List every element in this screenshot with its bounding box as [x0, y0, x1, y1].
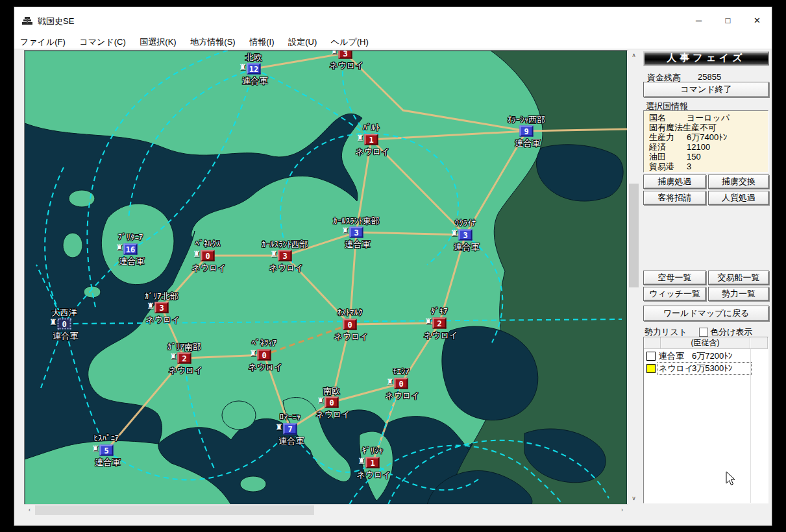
menu-region-info[interactable]: 地方情報(S): [184, 34, 241, 49]
horizontal-scroll-thumb[interactable]: [35, 505, 314, 515]
map-node-layer: 北欧♜12連合軍♜3ネウロイﾊﾞﾙﾄ♜1ネウロイｵﾗｰｼｬ西部9連合軍ﾌﾞﾘﾀﾆ…: [25, 51, 627, 505]
hostage-treatment-button[interactable]: 人質処遇: [708, 191, 769, 205]
node-unit-count[interactable]: 2: [433, 318, 447, 329]
faction-color-swatch[interactable]: [646, 352, 656, 361]
castle-icon: ♜: [239, 62, 247, 72]
menu-file[interactable]: ファイル(F): [14, 34, 71, 49]
carrier-list-button[interactable]: 空母一覧: [643, 271, 706, 285]
node-unit-count[interactable]: 3: [339, 50, 352, 59]
node-unit-count[interactable]: 3: [278, 250, 292, 261]
node-faction: 連合軍: [53, 330, 79, 342]
node-unit-count[interactable]: 0: [343, 319, 357, 330]
control-panel: 人事フェイズ 資金残高 25855 コマンド終了 選択国情報 国名ヨーロッパ 固…: [643, 46, 770, 527]
oilfield-value: 150: [687, 152, 701, 162]
app-window: 戦国史SE ─ □ ✕ ファイル(F) コマンド(C) 国選択(K) 地方情報(…: [14, 6, 772, 526]
node-unit-count[interactable]: 1: [366, 457, 380, 468]
maximize-button[interactable]: □: [713, 7, 743, 34]
map-horizontal-scrollbar[interactable]: ‹ ›: [24, 504, 628, 516]
map-vertical-scrollbar[interactable]: ∧ ∨: [628, 50, 639, 504]
node-name: ﾌﾞﾘﾀﾆｱ: [118, 232, 143, 242]
vertical-scroll-thumb[interactable]: [629, 184, 639, 287]
castle-icon: ♜: [169, 352, 177, 361]
node-unit-count[interactable]: 0: [325, 397, 339, 408]
castle-icon: ♜: [424, 317, 432, 326]
node-faction: ネウロイ: [334, 331, 368, 343]
node-name: ﾍﾞﾈﾙｸｽ: [195, 239, 221, 248]
node-unit-count[interactable]: 3: [155, 302, 169, 313]
faction-list-header-blank[interactable]: [644, 337, 661, 349]
witch-list-button[interactable]: ウィッチ一覧: [643, 287, 706, 301]
faction-strength: 3万5300ﾄﾝ: [692, 362, 732, 374]
node-unit-count[interactable]: 0: [58, 319, 71, 330]
menu-info[interactable]: 情報(I): [243, 34, 280, 49]
node-name: ﾍﾞﾈﾂｨｱ: [252, 338, 277, 348]
menu-command[interactable]: コマンド(C): [73, 34, 131, 49]
node-name: ﾓｴｼｱ: [393, 367, 410, 376]
node-faction: ネウロイ: [248, 361, 282, 373]
node-unit-count[interactable]: 0: [201, 250, 215, 261]
castle-icon: ♜: [275, 422, 283, 432]
prisoner-treatment-button[interactable]: 捕虜処遇: [643, 175, 706, 189]
title-bar[interactable]: 戦国史SE ─ □ ✕: [14, 7, 772, 34]
faction-list-button[interactable]: 勢力一覧: [708, 287, 769, 301]
faction-list[interactable]: (臣従含) 連合軍 6万7200ﾄﾝ ネウロイ 3万5300ﾄﾝ: [643, 337, 768, 503]
world-map-button[interactable]: ワールドマップに戻る: [643, 306, 769, 321]
node-unit-count[interactable]: 9: [520, 126, 534, 137]
node-unit-count[interactable]: 3: [459, 230, 473, 241]
node-unit-count[interactable]: 16: [124, 244, 138, 255]
menu-help[interactable]: ヘルプ(H): [325, 34, 375, 49]
node-name: ｶｰﾙｽﾗﾝﾄ西部: [262, 239, 308, 250]
castle-icon: ♜: [450, 228, 458, 238]
faction-list-header-vassals[interactable]: (臣従含): [661, 337, 750, 349]
production-label: 生産力: [649, 132, 674, 142]
node-faction: ネウロイ: [191, 262, 226, 274]
castle-icon: ♜: [116, 243, 123, 252]
minimize-button[interactable]: ─: [684, 7, 713, 34]
node-unit-count[interactable]: 7: [284, 424, 297, 435]
end-command-button[interactable]: コマンド終了: [643, 82, 769, 97]
menu-settings[interactable]: 設定(U): [282, 34, 323, 49]
faction-row-allied[interactable]: 連合軍 6万7200ﾄﾝ: [644, 350, 768, 362]
node-unit-count[interactable]: 3: [350, 227, 363, 238]
node-faction: 連合軍: [345, 239, 371, 250]
castle-icon: ♜: [249, 348, 257, 358]
close-button[interactable]: ✕: [743, 7, 772, 34]
scroll-down-arrow[interactable]: ∨: [628, 493, 639, 504]
node-name: ｵﾗｰｼｬ西部: [508, 114, 546, 126]
castle-icon: ♜: [193, 249, 201, 259]
node-name: ﾊﾞﾙﾄ: [363, 123, 380, 132]
mouse-cursor: [726, 471, 736, 489]
castle-icon: ♜: [92, 444, 99, 453]
menu-country-select[interactable]: 国選択(K): [134, 34, 182, 49]
node-faction: ネウロイ: [168, 365, 203, 376]
colorize-checkbox[interactable]: [699, 328, 708, 337]
node-faction: 連合軍: [454, 241, 480, 253]
castle-icon: ♜: [358, 456, 365, 466]
node-faction: ネウロイ: [315, 409, 350, 420]
node-unit-count[interactable]: 1: [365, 134, 378, 145]
trade-ship-list-button[interactable]: 交易船一覧: [708, 271, 769, 285]
guest-general-button[interactable]: 客将招請: [643, 191, 706, 205]
trade-port-value: 3: [687, 162, 691, 171]
desktop-backdrop: 戦国史SE ─ □ ✕ ファイル(F) コマンド(C) 国選択(K) 地方情報(…: [0, 0, 786, 532]
node-name: ﾛﾏｰﾆｬ: [280, 412, 301, 422]
strategy-map[interactable]: 北欧♜12連合軍♜3ネウロイﾊﾞﾙﾄ♜1ネウロイｵﾗｰｼｬ西部9連合軍ﾌﾞﾘﾀﾆ…: [24, 50, 628, 505]
node-faction: 連合軍: [279, 435, 304, 447]
scroll-right-arrow[interactable]: ›: [617, 505, 628, 516]
scroll-up-arrow[interactable]: ∧: [628, 50, 639, 61]
prisoner-exchange-button[interactable]: 捕虜交換: [708, 175, 769, 189]
window-title: 戦国史SE: [38, 16, 74, 27]
node-unit-count[interactable]: 5: [100, 445, 114, 456]
scroll-left-arrow[interactable]: ‹: [24, 505, 35, 516]
node-faction: ネウロイ: [385, 390, 419, 402]
faction-color-swatch[interactable]: [646, 364, 656, 373]
funds-value: 25855: [698, 72, 721, 82]
faction-row-neuroi[interactable]: ネウロイ 3万5300ﾄﾝ: [644, 362, 768, 374]
node-unit-count[interactable]: 2: [178, 353, 191, 364]
trade-port-label: 貿易港: [649, 162, 674, 171]
node-unit-count[interactable]: 0: [395, 378, 408, 389]
node-unit-count[interactable]: 0: [258, 350, 271, 361]
faction-name: 連合軍: [659, 350, 684, 362]
faction-list-header-extra[interactable]: [750, 337, 768, 349]
node-unit-count[interactable]: 12: [247, 64, 261, 75]
